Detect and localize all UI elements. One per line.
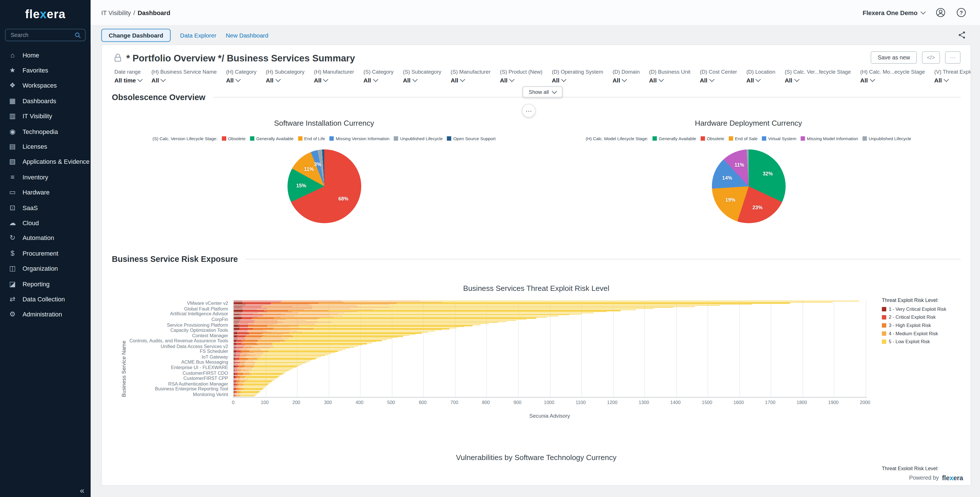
user-profile-icon[interactable] (935, 7, 946, 18)
stacked-bar[interactable] (234, 364, 302, 365)
sidebar-item-automation[interactable]: ↻Automation (0, 231, 91, 246)
sidebar-item-applications-evidence[interactable]: ▧Applications & Evidence (0, 155, 91, 170)
stacked-bar[interactable] (234, 309, 636, 310)
stacked-bar[interactable] (234, 382, 270, 383)
stacked-bar[interactable] (234, 311, 621, 311)
widget-more-button[interactable]: ⋯ (522, 104, 536, 118)
stacked-bar[interactable] (234, 379, 275, 379)
stacked-bar[interactable] (234, 370, 289, 371)
sidebar-item-hardware[interactable]: ▭Hardware (0, 185, 91, 200)
stacked-bar[interactable] (234, 391, 260, 392)
data-explorer-link[interactable]: Data Explorer (180, 32, 216, 38)
sidebar-item-dashboards[interactable]: ▦Dashboards (0, 93, 91, 108)
sidebar-item-workspaces[interactable]: ❖Workspaces (0, 78, 91, 93)
stacked-bar[interactable] (234, 311, 606, 312)
sidebar-item-procurement[interactable]: $Procurement (0, 246, 91, 261)
stacked-bar[interactable] (234, 339, 387, 340)
search-icon[interactable] (75, 32, 81, 38)
stacked-bar[interactable] (234, 320, 516, 321)
stacked-bar[interactable] (234, 371, 287, 372)
stacked-bar[interactable] (234, 323, 489, 324)
stacked-bar[interactable] (234, 317, 547, 318)
stacked-bar[interactable] (234, 338, 392, 339)
breadcrumb-section[interactable]: IT Visibility (101, 9, 131, 16)
stacked-bar[interactable] (234, 380, 274, 381)
filter-d-domain[interactable]: (D) DomainAll (612, 69, 640, 84)
stacked-bar[interactable] (234, 387, 264, 388)
stacked-bar[interactable] (234, 303, 789, 304)
sidebar-item-licenses[interactable]: ▤Licenses (0, 139, 91, 155)
stacked-bar[interactable] (234, 360, 310, 362)
save-as-new-button[interactable]: Save as new (871, 51, 917, 64)
stacked-bar[interactable] (234, 394, 257, 395)
stacked-bar[interactable] (234, 332, 428, 333)
sidebar-item-organization[interactable]: ◫Organization (0, 261, 91, 276)
filter-d-operating-system[interactable]: (D) Operating SystemAll (552, 69, 603, 84)
filter-s-manufacturer[interactable]: (S) ManufacturerAll (451, 69, 490, 84)
stacked-bar[interactable] (234, 342, 372, 343)
filter-h-manufacturer[interactable]: (H) ManufacturerAll (314, 69, 354, 84)
stacked-bar[interactable] (234, 333, 422, 334)
change-dashboard-button[interactable]: Change Dashboard (101, 29, 170, 41)
stacked-bar[interactable] (234, 367, 295, 368)
stacked-bar[interactable] (234, 369, 291, 370)
filter-date-range[interactable]: Date rangeAll time (114, 69, 142, 84)
sidebar-collapse-icon[interactable]: « (80, 486, 84, 495)
sidebar-item-data-collection[interactable]: ⇄Data Collection (0, 292, 91, 307)
stacked-bar[interactable] (234, 385, 267, 386)
stacked-bar[interactable] (234, 325, 472, 326)
stacked-bar[interactable] (234, 306, 695, 307)
stacked-bar[interactable] (234, 331, 435, 331)
stacked-bar[interactable] (234, 366, 298, 367)
stacked-bar[interactable] (234, 358, 315, 359)
stacked-bar[interactable] (234, 368, 293, 369)
stacked-bar[interactable] (234, 396, 254, 397)
filter-h-business-service-name[interactable]: (H) Business Service NameAll (151, 69, 217, 84)
filter-d-business-unit[interactable]: (D) Business UnitAll (649, 69, 690, 84)
stacked-bar[interactable] (234, 344, 367, 344)
search-input[interactable] (10, 31, 72, 39)
filter-s-category[interactable]: (S) CategoryAll (364, 69, 394, 84)
stacked-bar[interactable] (234, 319, 526, 320)
stacked-bar[interactable] (234, 307, 673, 308)
stacked-bar[interactable] (234, 392, 259, 393)
stacked-bar[interactable] (234, 393, 258, 393)
filter-s-product-new[interactable]: (S) Product (New)All (500, 69, 542, 84)
stacked-bar[interactable] (234, 324, 480, 325)
stacked-bar[interactable] (234, 321, 507, 322)
stacked-bar[interactable] (234, 349, 346, 350)
filter-v-threat-exploit-risk-level[interactable]: (V) Threat Exploit Risk LevelAll (934, 69, 970, 84)
sidebar-item-home[interactable]: ⌂Home (0, 48, 91, 63)
stacked-bar[interactable] (234, 327, 464, 327)
sidebar-item-inventory[interactable]: ≡Inventory (0, 169, 91, 185)
title-more-button[interactable]: ⋯ (945, 51, 961, 64)
pie-chart[interactable]: 32%23%19%14%11% (712, 150, 785, 223)
stacked-bar[interactable] (234, 395, 256, 396)
stacked-bar[interactable] (234, 381, 272, 382)
stacked-bar[interactable] (234, 340, 382, 341)
filter-h-category[interactable]: (H) CategoryAll (226, 69, 256, 84)
filter-h-calc-mo-ecycle-stage[interactable]: (H) Calc. Mo...ecycle StageAll (860, 69, 925, 84)
pie-chart[interactable]: 68%15%11%3% (287, 150, 361, 223)
filter-d-cost-center[interactable]: (D) Cost CenterAll (700, 69, 737, 84)
show-all-button[interactable]: Show all (522, 86, 563, 97)
stacked-bar[interactable] (234, 304, 752, 305)
stacked-bar[interactable] (234, 365, 299, 366)
sidebar-search[interactable] (5, 29, 86, 41)
filter-s-subcategory[interactable]: (S) SubcategoryAll (403, 69, 441, 84)
stacked-bar[interactable] (234, 355, 325, 356)
stacked-bar[interactable] (234, 377, 278, 378)
stacked-bar[interactable] (234, 318, 536, 319)
filter-h-subcategory[interactable]: (H) SubcategoryAll (266, 69, 304, 84)
stacked-bar[interactable] (234, 351, 338, 352)
stacked-bar[interactable] (234, 378, 277, 379)
stacked-bar[interactable] (234, 329, 449, 330)
stacked-bar[interactable] (234, 335, 409, 336)
sidebar-item-it-visibility[interactable]: ▥IT Visibility (0, 108, 91, 124)
stacked-bar[interactable] (234, 330, 442, 330)
help-icon[interactable]: ? (956, 7, 966, 18)
stacked-bar[interactable] (234, 322, 498, 323)
stacked-bar[interactable] (234, 390, 262, 390)
stacked-bar[interactable] (234, 350, 342, 351)
stacked-bar[interactable] (234, 360, 313, 360)
